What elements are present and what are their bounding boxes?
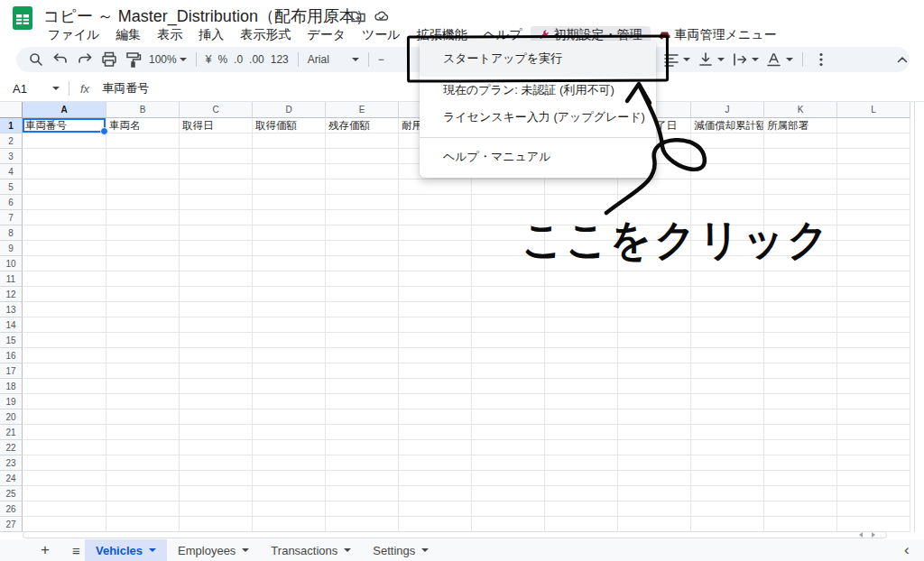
grid-cell-C23[interactable] <box>180 455 253 471</box>
grid-cell-E27[interactable] <box>326 517 399 532</box>
grid-cell-D3[interactable] <box>253 149 326 164</box>
grid-cell-I12[interactable] <box>618 287 691 302</box>
grid-cell-I22[interactable] <box>618 440 691 455</box>
grid-cell-A7[interactable] <box>23 210 106 225</box>
grid-cell-E17[interactable] <box>326 363 399 379</box>
grid-cell-J5[interactable] <box>691 179 764 195</box>
grid-cell-E14[interactable] <box>326 317 399 333</box>
grid-cell-J12[interactable] <box>691 287 764 302</box>
scroll-left-icon[interactable] <box>859 532 863 538</box>
grid-cell-F18[interactable] <box>399 379 472 394</box>
grid-cell-B8[interactable] <box>106 225 180 241</box>
grid-cell-H15[interactable] <box>545 333 618 348</box>
row-header-17[interactable]: 17 <box>0 363 23 379</box>
row-header-12[interactable]: 12 <box>0 287 23 302</box>
grid-cell-J25[interactable] <box>691 486 764 501</box>
menu-vehicle-management[interactable]: 車両管理メニュー <box>651 26 785 44</box>
grid-cell-L3[interactable] <box>837 149 910 164</box>
grid-cell-B3[interactable] <box>106 149 180 164</box>
grid-cell-K5[interactable] <box>764 179 837 195</box>
grid-cell-I25[interactable] <box>618 486 691 501</box>
grid-cell-F5[interactable] <box>399 179 472 195</box>
grid-cell-H24[interactable] <box>545 471 618 486</box>
grid-cell-G18[interactable] <box>472 379 545 394</box>
grid-cell-K11[interactable] <box>764 271 837 287</box>
row-header-5[interactable]: 5 <box>0 179 23 195</box>
menu-format[interactable]: 表示形式 <box>232 26 299 44</box>
grid-cell-G5[interactable] <box>472 179 545 195</box>
grid-cell-K20[interactable] <box>764 409 837 425</box>
grid-cell-L6[interactable] <box>837 195 910 210</box>
column-header-B[interactable]: B <box>106 102 180 118</box>
grid-cell-L24[interactable] <box>837 471 910 486</box>
grid-cell-C16[interactable] <box>180 348 253 363</box>
grid-cell-D26[interactable] <box>253 501 326 517</box>
row-header-3[interactable]: 3 <box>0 149 23 164</box>
grid-cell-E7[interactable] <box>326 210 399 225</box>
menu-item-current-plan[interactable]: 現在のプラン: 未認証 (利用不可) <box>420 77 656 104</box>
grid-cell-F12[interactable] <box>399 287 472 302</box>
grid-cell-K6[interactable] <box>764 195 837 210</box>
grid-cell-D20[interactable] <box>253 409 326 425</box>
grid-cell-A23[interactable] <box>23 455 106 471</box>
grid-cell-J4[interactable] <box>691 164 764 179</box>
grid-cell-K13[interactable] <box>764 302 837 317</box>
grid-cell-G22[interactable] <box>472 440 545 455</box>
grid-cell-G13[interactable] <box>472 302 545 317</box>
grid-cell-F24[interactable] <box>399 471 472 486</box>
menu-tools[interactable]: ツール <box>354 26 409 44</box>
column-row-corner[interactable] <box>0 102 23 118</box>
add-sheet-button[interactable]: + <box>36 541 54 559</box>
grid-cell-K4[interactable] <box>764 164 837 179</box>
paint-format-icon[interactable] <box>125 51 143 69</box>
grid-cell-A12[interactable] <box>23 287 106 302</box>
grid-cell-A15[interactable] <box>23 333 106 348</box>
grid-cell-A9[interactable] <box>23 241 106 256</box>
grid-cell-J22[interactable] <box>691 440 764 455</box>
grid-cell-G27[interactable] <box>472 517 545 532</box>
grid-cell-A21[interactable] <box>23 425 106 440</box>
grid-cell-D25[interactable] <box>253 486 326 501</box>
grid-cell-A1[interactable]: 車両番号 <box>23 118 106 133</box>
grid-cell-A27[interactable] <box>23 517 106 532</box>
grid-cell-F7[interactable] <box>399 210 472 225</box>
grid-cell-I27[interactable] <box>618 517 691 532</box>
grid-cell-J2[interactable] <box>691 133 764 149</box>
grid-cell-B4[interactable] <box>106 164 180 179</box>
grid-cell-B26[interactable] <box>106 501 180 517</box>
grid-cell-E22[interactable] <box>326 440 399 455</box>
tab-caret[interactable] <box>421 548 429 552</box>
grid-cell-L12[interactable] <box>837 287 910 302</box>
grid-cell-D23[interactable] <box>253 455 326 471</box>
grid-cell-B5[interactable] <box>106 179 180 195</box>
grid-cell-A22[interactable] <box>23 440 106 455</box>
row-header-16[interactable]: 16 <box>0 348 23 363</box>
grid-cell-E4[interactable] <box>326 164 399 179</box>
decrease-decimal-button[interactable]: .0 <box>234 53 243 66</box>
grid-cell-J17[interactable] <box>691 363 764 379</box>
grid-cell-C1[interactable]: 取得日 <box>180 118 253 133</box>
grid-cell-C18[interactable] <box>180 379 253 394</box>
grid-cell-C22[interactable] <box>180 440 253 455</box>
horizontal-align-control[interactable] <box>662 51 690 69</box>
name-box[interactable]: A1 <box>0 82 52 96</box>
grid-cell-E18[interactable] <box>326 379 399 394</box>
grid-cell-G20[interactable] <box>472 409 545 425</box>
grid-cell-E2[interactable] <box>326 133 399 149</box>
all-sheets-button[interactable]: ≡ <box>67 543 85 558</box>
font-size-decrease-button[interactable]: − <box>378 53 384 66</box>
grid-cell-G6[interactable] <box>472 195 545 210</box>
column-header-A[interactable]: A <box>23 102 106 118</box>
row-header-13[interactable]: 13 <box>0 302 23 317</box>
row-header-23[interactable]: 23 <box>0 455 23 471</box>
grid-cell-K24[interactable] <box>764 471 837 486</box>
grid-cell-D19[interactable] <box>253 394 326 409</box>
row-header-1[interactable]: 1 <box>0 118 23 133</box>
grid-cell-J21[interactable] <box>691 425 764 440</box>
grid-cell-A11[interactable] <box>23 271 106 287</box>
grid-cell-G16[interactable] <box>472 348 545 363</box>
column-header-K[interactable]: K <box>764 102 837 118</box>
grid-cell-E3[interactable] <box>326 149 399 164</box>
name-box-caret[interactable] <box>52 87 60 90</box>
grid-cell-F6[interactable] <box>399 195 472 210</box>
